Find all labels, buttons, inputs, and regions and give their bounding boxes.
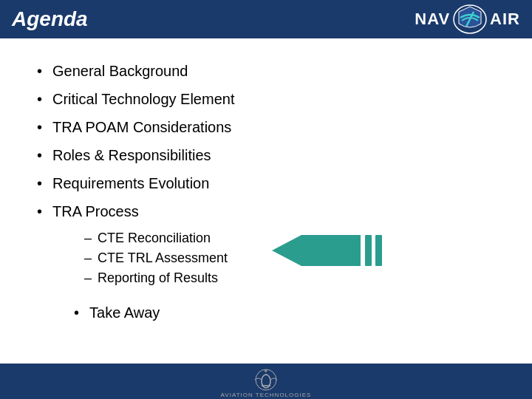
bullet-icon: •: [37, 117, 42, 137]
bar-1: [365, 235, 372, 266]
sub-label: CTE Reconciliation: [98, 231, 211, 246]
bullet-icon: •: [37, 201, 42, 222]
bullet-icon: •: [37, 145, 42, 166]
list-item: • Roles & Responsibilities: [37, 145, 495, 166]
svg-text:★: ★: [264, 369, 267, 373]
sub-section-wrapper: – CTE Reconciliation – CTE TRL Assessmen…: [37, 229, 495, 290]
sub-list-item: – Reporting of Results: [84, 270, 228, 286]
left-arrow-icon: [272, 235, 361, 266]
nav-text: NAV: [415, 10, 450, 29]
list-item: • Critical Technology Element: [37, 89, 495, 109]
sub-dash: –: [84, 250, 92, 266]
sub-dash: –: [84, 270, 92, 286]
logo-emblem-icon: [453, 4, 487, 34]
bullet-label: TRA POAM Considerations: [52, 117, 231, 137]
takeaway-label: Take Away: [89, 304, 160, 321]
takeaway-bullet-icon: •: [74, 302, 79, 323]
bullet-label: TRA Process: [52, 201, 139, 222]
sub-label: CTE TRL Assessment: [98, 250, 228, 266]
navair-logo: NAV AIR: [415, 4, 520, 34]
footer-logo: ★ AVIATION TECHNOLOGIES: [221, 365, 312, 398]
bullet-icon: •: [37, 173, 42, 194]
bullet-icon: •: [37, 61, 42, 81]
bullet-label: Requirements Evolution: [52, 173, 209, 194]
bullet-icon: •: [37, 89, 42, 109]
main-content: • General Background • Critical Technolo…: [0, 38, 532, 330]
sub-label: Reporting of Results: [98, 270, 218, 286]
bar-separators: [365, 235, 382, 266]
list-item: • Requirements Evolution: [37, 173, 495, 194]
list-item: • TRA Process: [37, 201, 495, 222]
footer-bar: ★ AVIATION TECHNOLOGIES: [0, 364, 532, 399]
list-item: • TRA POAM Considerations: [37, 117, 495, 137]
header-bar: Agenda NAV AIR: [0, 0, 532, 38]
takeaway-section: • Take Away: [74, 302, 495, 323]
sub-list-item: – CTE TRL Assessment: [84, 250, 228, 266]
bar-2: [375, 235, 382, 266]
page-title: Agenda: [12, 7, 88, 31]
sub-dash: –: [84, 231, 92, 246]
eagle-emblem-icon: ★: [248, 365, 284, 392]
footer-company-text: AVIATION TECHNOLOGIES: [221, 392, 312, 398]
sub-list-item: – CTE Reconciliation: [84, 231, 228, 246]
bullet-label: Critical Technology Element: [52, 89, 234, 109]
sub-list: – CTE Reconciliation – CTE TRL Assessmen…: [84, 231, 228, 290]
agenda-list: • General Background • Critical Technolo…: [37, 61, 495, 222]
list-item: • General Background: [37, 61, 495, 81]
air-text: AIR: [490, 10, 520, 29]
arrow-graphic: [272, 235, 382, 266]
bullet-label: General Background: [52, 61, 188, 81]
svg-marker-2: [272, 235, 361, 266]
bullet-label: Roles & Responsibilities: [52, 145, 211, 166]
